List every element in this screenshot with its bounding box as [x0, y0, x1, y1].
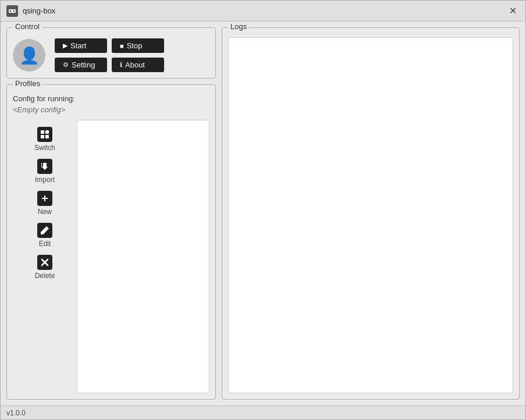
switch-icon: [37, 127, 52, 142]
svg-rect-4: [41, 130, 44, 134]
svg-rect-6: [41, 135, 44, 138]
start-label: Start: [70, 41, 86, 50]
status-bar: v1.0.0: [1, 405, 525, 419]
about-icon: ℹ: [120, 61, 122, 69]
close-button[interactable]: ✕: [506, 4, 520, 18]
stop-button[interactable]: ■ Stop: [112, 38, 164, 53]
about-label: About: [125, 60, 145, 69]
new-label: New: [38, 208, 52, 216]
new-button[interactable]: New: [22, 188, 68, 218]
import-icon: [37, 159, 52, 174]
import-label: Import: [35, 176, 55, 184]
version-label: v1.0.0: [6, 409, 26, 417]
setting-button[interactable]: ⚙ Setting: [55, 58, 107, 72]
control-legend: Control: [13, 22, 42, 31]
window-title: qsing-box: [23, 6, 55, 15]
svg-rect-7: [45, 135, 49, 138]
config-label: Config for running:: [13, 94, 209, 103]
svg-point-3: [13, 10, 15, 12]
start-button[interactable]: ▶ Start: [55, 38, 107, 53]
profiles-section: Profiles Config for running: <Empty conf…: [6, 84, 216, 400]
main-content: Control 👤 ▶ Start ■ Sto: [1, 22, 525, 405]
switch-label: Switch: [34, 144, 55, 152]
switch-button[interactable]: Switch: [22, 124, 68, 154]
control-inner: 👤 ▶ Start ■ Stop: [13, 34, 209, 72]
title-bar-left: qsing-box: [6, 5, 55, 17]
edit-button[interactable]: Edit: [22, 220, 68, 250]
start-icon: ▶: [63, 42, 67, 49]
stop-icon: ■: [120, 42, 124, 49]
edit-icon: [37, 223, 52, 238]
profiles-legend: Profiles: [13, 79, 42, 88]
delete-label: Delete: [35, 272, 55, 280]
control-section: Control 👤 ▶ Start ■ Sto: [6, 27, 216, 79]
title-bar: qsing-box ✕: [1, 1, 525, 22]
left-panel: Control 👤 ▶ Start ■ Sto: [6, 27, 216, 400]
setting-icon: ⚙: [63, 61, 69, 69]
logs-section: Logs: [222, 27, 520, 400]
logs-content: [228, 37, 513, 393]
control-buttons: ▶ Start ■ Stop ⚙ Setting: [55, 38, 164, 72]
delete-icon: [37, 255, 52, 270]
config-value: <Empty config>: [13, 105, 209, 114]
avatar-icon: 👤: [19, 46, 40, 65]
profiles-inner: Config for running: <Empty config>: [7, 85, 215, 399]
avatar: 👤: [13, 39, 45, 72]
profile-list[interactable]: [77, 120, 209, 393]
setting-label: Setting: [72, 60, 95, 69]
import-button[interactable]: Import: [22, 156, 68, 186]
main-window: qsing-box ✕ Control 👤 ▶ Start: [0, 0, 526, 420]
app-icon: [6, 5, 18, 17]
edit-label: Edit: [39, 240, 51, 248]
svg-rect-5: [45, 130, 49, 134]
svg-rect-12: [42, 198, 48, 199]
profiles-body: Switch: [13, 120, 209, 393]
stop-label: Stop: [127, 41, 143, 50]
svg-point-2: [10, 10, 12, 12]
about-button[interactable]: ℹ About: [112, 58, 164, 72]
btn-row-bottom: ⚙ Setting ℹ About: [55, 58, 164, 72]
btn-row-top: ▶ Start ■ Stop: [55, 38, 164, 53]
profile-actions: Switch: [13, 120, 77, 393]
delete-button[interactable]: Delete: [22, 252, 68, 282]
logs-legend: Logs: [228, 22, 249, 31]
new-icon: [37, 191, 52, 206]
